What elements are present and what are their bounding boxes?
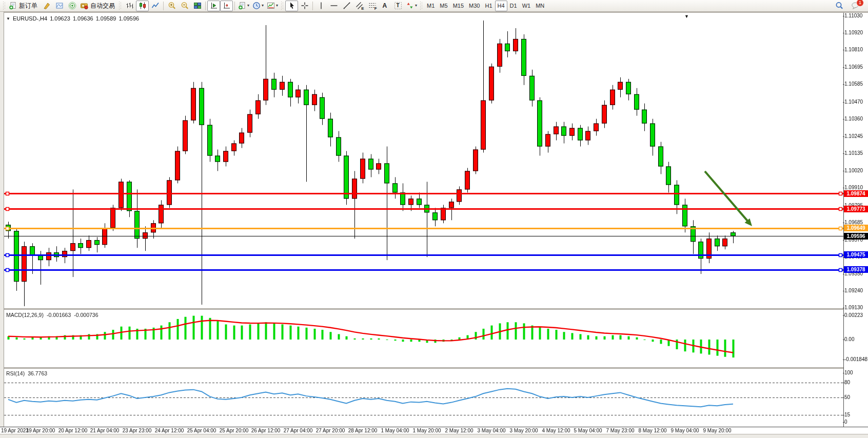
price-line-label: 1.09475 xyxy=(844,251,868,258)
new-order-button[interactable]: 新订单 xyxy=(7,1,40,11)
price-tick: 1.10245 xyxy=(844,133,868,140)
indicators-button[interactable]: ▾ xyxy=(265,1,280,11)
hline-icon xyxy=(330,2,338,10)
tile-windows-button[interactable] xyxy=(191,1,204,11)
rsi-axis-label: 100 xyxy=(844,370,868,376)
dropdown-caret-icon: ▾ xyxy=(276,4,278,8)
new-order-button-label: 新订单 xyxy=(18,2,38,10)
symbol-dropdown-icon[interactable]: ▼ xyxy=(6,16,10,21)
rsi-label: RSI(14) 36.7763 xyxy=(6,370,47,376)
bars-icon xyxy=(126,2,134,10)
status-strip xyxy=(0,434,868,438)
gold-marker-button[interactable] xyxy=(40,1,53,11)
macd-label: MACD(12,26,9) -0.001663 -0.000736 xyxy=(6,312,98,318)
time-label: 19 Apr 2023 xyxy=(1,428,29,433)
toolbar: 新订单自动交易▾▾▾EFAT▾M1M5M15M30H1H4D1W1MN1 xyxy=(0,0,868,12)
toolbar-separator xyxy=(205,2,206,10)
rsi-axis-label: 50 xyxy=(844,394,868,401)
time-label: 21 Apr 04:00 xyxy=(90,428,120,433)
chart-left-border xyxy=(0,12,4,434)
linechart-icon xyxy=(151,2,160,10)
chart-title: ▼ EURUSD-,H4 1.096231.096361.095891.0959… xyxy=(6,15,139,22)
time-label: 3 May 04:00 xyxy=(477,428,505,433)
ohlc-high: 1.09636 xyxy=(73,15,93,22)
tf-m1[interactable]: M1 xyxy=(424,1,437,11)
crosshair-icon xyxy=(301,2,309,10)
price-tick: 1.09240 xyxy=(844,288,868,294)
toolbar-separator xyxy=(312,2,313,10)
ohlc-low: 1.09589 xyxy=(96,15,116,22)
text-button[interactable]: A xyxy=(379,1,391,11)
profiles-button[interactable] xyxy=(53,1,66,11)
arrows-button[interactable]: ▾ xyxy=(404,1,419,11)
fibonacci-button[interactable]: F xyxy=(366,1,379,11)
bar-chart-button[interactable] xyxy=(123,1,136,11)
tf-m5[interactable]: M5 xyxy=(437,1,450,11)
signal-button[interactable] xyxy=(66,1,78,11)
textT-icon: T xyxy=(394,2,402,10)
price-line-label: 1.09874 xyxy=(844,190,868,197)
crosshair-button[interactable] xyxy=(298,1,311,11)
tf-w1-label: W1 xyxy=(522,3,531,9)
notifications-button[interactable]: 1 xyxy=(849,1,861,11)
zoom-in-icon xyxy=(168,2,176,10)
tf-m30[interactable]: M30 xyxy=(466,1,482,11)
period-clock-button[interactable]: ▾ xyxy=(251,1,265,11)
tf-d1[interactable]: D1 xyxy=(507,1,520,11)
price-tick: 1.10695 xyxy=(844,64,868,70)
autotrading-button-label: 自动交易 xyxy=(89,2,116,10)
price-tick: 1.10020 xyxy=(844,168,868,174)
chart-menu-icon[interactable]: ▼ xyxy=(684,14,689,19)
tf-mn[interactable]: MN xyxy=(533,1,547,11)
tf-h1[interactable]: H1 xyxy=(482,1,495,11)
time-label: 24 Apr 12:00 xyxy=(155,428,184,433)
macd-axis-label: -0.001848 xyxy=(844,356,868,363)
line-chart-button[interactable] xyxy=(149,1,162,11)
tf-h4-label: H4 xyxy=(498,3,505,9)
trendline-icon xyxy=(343,2,351,10)
new-chart-button[interactable]: ▾ xyxy=(236,1,251,11)
tf-d1-label: D1 xyxy=(510,3,517,9)
chart-canvas[interactable] xyxy=(4,14,843,427)
tf-m30-label: M30 xyxy=(469,3,480,9)
notification-badge: 1 xyxy=(856,0,864,7)
search-button[interactable] xyxy=(833,1,845,11)
tf-w1[interactable]: W1 xyxy=(520,1,534,11)
dropdown-caret-icon: ▾ xyxy=(247,4,249,8)
zoom-out-button[interactable] xyxy=(178,1,191,11)
price-tick: 1.11030 xyxy=(844,13,868,19)
ohlc-close: 1.09596 xyxy=(119,15,139,22)
tf-m5-label: M5 xyxy=(440,3,447,9)
time-label: 8 May 12:00 xyxy=(638,428,666,433)
trendline-button[interactable] xyxy=(340,1,353,11)
marker-icon xyxy=(43,2,51,10)
tf-m15[interactable]: M15 xyxy=(450,1,466,11)
channel-icon: E xyxy=(356,2,364,10)
signal-icon xyxy=(68,2,76,10)
time-label: 3 May 20:00 xyxy=(509,428,538,433)
search-icon xyxy=(835,2,843,10)
price-tick: 1.10135 xyxy=(844,150,868,156)
candlestick-button[interactable] xyxy=(136,1,149,11)
clock-icon xyxy=(252,2,261,10)
tf-h1-label: H1 xyxy=(485,3,492,9)
auto-scroll-button[interactable] xyxy=(207,1,220,11)
price-tick: 1.09130 xyxy=(844,305,868,311)
cursor-button[interactable] xyxy=(285,1,298,11)
time-label: 1 May 04:00 xyxy=(381,428,409,433)
label-button[interactable]: T xyxy=(391,1,404,11)
zoom-in-button[interactable] xyxy=(165,1,178,11)
chart-shift-button[interactable] xyxy=(220,1,233,11)
vertical-line-button[interactable] xyxy=(314,1,327,11)
price-tick: 1.10920 xyxy=(844,30,868,36)
toolbar-grip xyxy=(3,2,6,10)
cursor-icon xyxy=(288,2,296,10)
horizontal-line-button[interactable] xyxy=(327,1,340,11)
dropdown-caret-icon: ▾ xyxy=(415,4,417,8)
tf-h4[interactable]: H4 xyxy=(495,1,507,11)
time-label: 23 Apr 23:00 xyxy=(123,428,152,433)
indicator-icon xyxy=(267,2,275,10)
equidistant-channel-button[interactable]: E xyxy=(353,1,366,11)
autotrading-button[interactable]: 自动交易 xyxy=(78,1,117,11)
zoom-out-icon xyxy=(181,2,189,10)
